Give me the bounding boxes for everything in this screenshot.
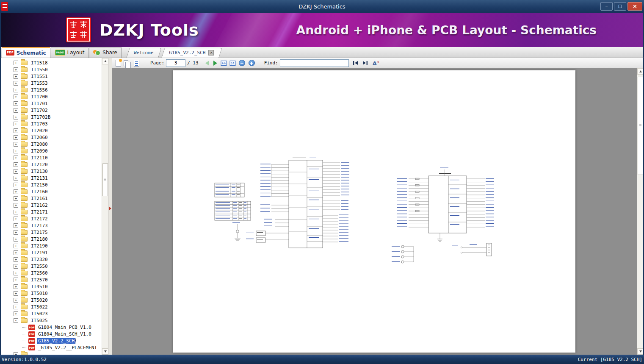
tree-folder-it4510[interactable]: +IT4510 xyxy=(1,283,102,290)
expand-icon[interactable]: + xyxy=(14,298,18,303)
find-next-button[interactable] xyxy=(362,60,368,66)
scroll-down-button[interactable] xyxy=(102,348,108,355)
tree-folder-it2130[interactable]: +IT2130 xyxy=(1,168,102,175)
tree-folder-it2171[interactable]: +IT2171 xyxy=(1,208,102,215)
expand-icon[interactable]: + xyxy=(14,135,18,140)
tree-folder-it2020[interactable]: +IT2020 xyxy=(1,127,102,134)
tree-folder-it2110[interactable]: +IT2110 xyxy=(1,154,102,161)
tree-file-g185_v2.2_sch[interactable]: PDFG185_V2.2_SCH xyxy=(1,337,102,344)
expand-icon[interactable]: + xyxy=(14,176,18,181)
expand-icon[interactable]: + xyxy=(14,223,18,228)
tree-folder-partial[interactable]: + xyxy=(1,351,102,355)
sidebar-scrollbar[interactable] xyxy=(102,58,108,355)
expand-icon[interactable]: + xyxy=(14,61,18,65)
scrollbar-thumb[interactable] xyxy=(102,163,108,196)
collapse-arrow-icon[interactable] xyxy=(109,206,111,211)
expand-icon[interactable]: + xyxy=(14,291,18,296)
expand-icon[interactable]: + xyxy=(14,237,18,242)
expand-icon[interactable]: + xyxy=(14,67,18,72)
minimize-button[interactable]: – xyxy=(600,2,613,11)
multi-page-icon[interactable] xyxy=(134,60,139,67)
tree-folder-it1700[interactable]: +IT1700 xyxy=(1,93,102,100)
expand-icon[interactable]: + xyxy=(14,305,18,309)
tree-folder-it2175[interactable]: +IT2175 xyxy=(1,229,102,236)
tree-folder-it2120[interactable]: +IT2120 xyxy=(1,161,102,168)
page-icon[interactable] xyxy=(116,60,121,67)
expand-icon[interactable]: + xyxy=(14,94,18,99)
viewer-scrollbar[interactable] xyxy=(637,68,643,355)
expand-icon[interactable]: + xyxy=(14,278,18,282)
tree-folder-it1556[interactable]: +IT1556 xyxy=(1,86,102,93)
expand-icon[interactable]: + xyxy=(14,189,18,194)
tree-folder-it2172[interactable]: +IT2172 xyxy=(1,215,102,222)
tree-folder-it1702b[interactable]: +IT1702B xyxy=(1,114,102,120)
tree-folder-it5020[interactable]: +IT5020 xyxy=(1,297,102,303)
panel-splitter[interactable] xyxy=(108,58,112,355)
zoom-in-button[interactable] xyxy=(249,60,255,66)
tree-folder-it2131[interactable]: +IT2131 xyxy=(1,175,102,181)
page-input[interactable] xyxy=(166,59,185,67)
scroll-up-button[interactable] xyxy=(637,68,643,75)
tree-folder-it2570[interactable]: +IT2570 xyxy=(1,276,102,283)
tree-folder-it2180[interactable]: +IT2180 xyxy=(1,236,102,242)
tree-file-_g185_v2.2__placement[interactable]: PDF_G185_V2.2__PLACEMENT xyxy=(1,344,102,351)
expand-icon[interactable]: + xyxy=(14,101,18,106)
tree-folder-it5010[interactable]: +IT5010 xyxy=(1,290,102,297)
next-page-button[interactable] xyxy=(213,61,217,66)
expand-icon[interactable]: + xyxy=(14,149,18,153)
close-button[interactable]: × xyxy=(627,2,642,11)
expand-icon[interactable]: + xyxy=(14,142,18,147)
find-prev-button[interactable] xyxy=(352,60,359,66)
expand-icon[interactable]: + xyxy=(14,244,18,248)
tree-folder-it2190[interactable]: +IT2190 xyxy=(1,242,102,249)
tree-folder-it2191[interactable]: +IT2191 xyxy=(1,249,102,256)
expand-icon[interactable]: + xyxy=(14,88,18,92)
tree-folder-it2162[interactable]: +IT2162 xyxy=(1,202,102,208)
tree-folder-it2060[interactable]: +IT2060 xyxy=(1,134,102,141)
prev-page-button[interactable] xyxy=(205,61,209,66)
expand-icon[interactable]: + xyxy=(14,183,18,187)
tree-folder-it5025[interactable]: -IT5025 xyxy=(1,317,102,324)
tree-folder-it1703[interactable]: +IT1703 xyxy=(1,120,102,127)
scroll-down-button[interactable] xyxy=(637,348,643,355)
tree-folder-it2173[interactable]: +IT2173 xyxy=(1,222,102,229)
tree-folder-it1701[interactable]: +IT1701 xyxy=(1,100,102,107)
tree-folder-it1551[interactable]: +IT1551 xyxy=(1,73,102,80)
expand-icon[interactable]: + xyxy=(14,81,18,86)
expand-icon[interactable]: + xyxy=(14,210,18,214)
tree-folder-it2560[interactable]: +IT2560 xyxy=(1,270,102,276)
expand-icon[interactable]: + xyxy=(14,169,18,174)
scroll-up-button[interactable] xyxy=(102,58,108,64)
tree-folder-it2320[interactable]: +IT2320 xyxy=(1,256,102,263)
tab-schematic[interactable]: PDF Schematic xyxy=(2,47,50,58)
tree-file-g1804_main_sch_v1.0[interactable]: PDFG1804_Main_SCH_V1.0 xyxy=(1,331,102,337)
fit-page-icon[interactable] xyxy=(229,60,236,66)
maximize-button[interactable]: □ xyxy=(614,2,626,11)
collapse-icon[interactable]: - xyxy=(14,318,18,323)
expand-icon[interactable]: + xyxy=(14,162,18,167)
expand-icon[interactable]: + xyxy=(14,250,18,255)
expand-icon[interactable]: + xyxy=(14,217,18,221)
expand-icon[interactable]: + xyxy=(14,122,18,126)
tree-folder-it5022[interactable]: +IT5022 xyxy=(1,303,102,310)
tree-folder-it2090[interactable]: +IT2090 xyxy=(1,147,102,154)
tree-folder-it2150[interactable]: +IT2150 xyxy=(1,181,102,188)
tab-welcome[interactable]: Welcome xyxy=(128,48,160,58)
expand-icon[interactable]: + xyxy=(14,230,18,235)
tree-folder-it1518[interactable]: +IT1518 xyxy=(1,59,102,66)
expand-icon[interactable]: + xyxy=(14,257,18,262)
expand-icon[interactable]: + xyxy=(14,284,18,289)
tab-g185-v2-2-sch[interactable]: G185_V2.2_SCH × xyxy=(163,48,221,58)
tab-layout[interactable]: PADS Layout xyxy=(51,47,89,58)
tree-folder-it1553[interactable]: +IT1553 xyxy=(1,80,102,86)
tree-folder-it2550[interactable]: +IT2550 xyxy=(1,263,102,270)
tree-folder-it2160[interactable]: +IT2160 xyxy=(1,188,102,195)
tab-share[interactable]: Share xyxy=(89,47,122,58)
expand-icon[interactable]: + xyxy=(14,264,18,269)
tree-folder-it5023[interactable]: +IT5023 xyxy=(1,310,102,317)
close-tab-icon[interactable]: × xyxy=(208,50,214,56)
expand-icon[interactable]: + xyxy=(14,156,18,160)
expand-icon[interactable]: + xyxy=(14,196,18,201)
tree-folder-it2080[interactable]: +IT2080 xyxy=(1,141,102,147)
expand-icon[interactable]: + xyxy=(14,115,18,119)
